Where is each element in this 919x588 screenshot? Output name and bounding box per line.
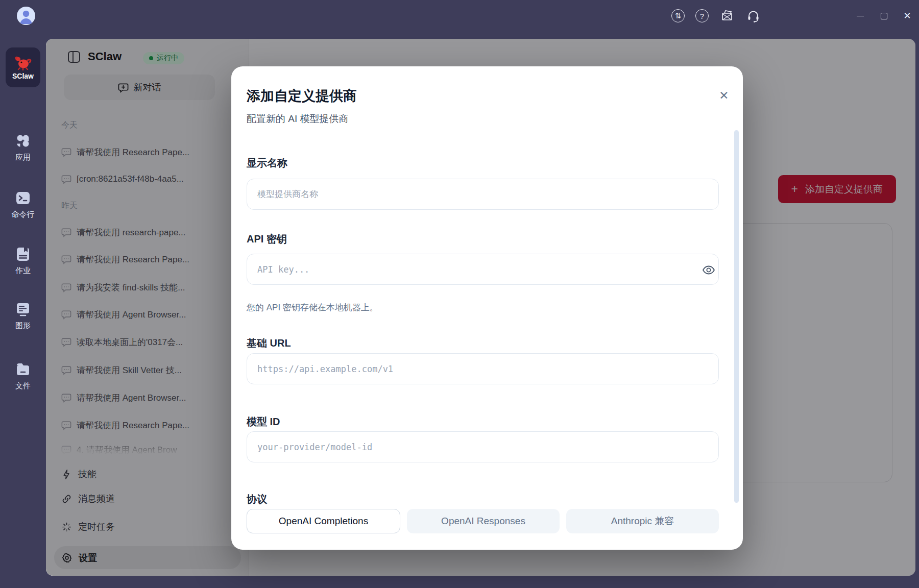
display-icon: [15, 301, 31, 317]
folder-icon: [15, 361, 31, 378]
journal-icon: [15, 246, 31, 262]
protocol-option-anthropic[interactable]: Anthropic 兼容: [566, 509, 719, 533]
app-tile-label: SClaw: [12, 72, 34, 80]
add-provider-modal: 添加自定义提供商 配置新的 AI 模型提供商 ✕ 显示名称 API 密钥 您的 …: [231, 66, 743, 550]
transfer-arrows-icon[interactable]: ⇅: [671, 9, 685, 22]
modal-title: 添加自定义提供商: [247, 87, 357, 105]
rail-item-label: 图形: [15, 321, 31, 331]
titlebar: ⇅ ? ✕: [0, 0, 919, 32]
protocol-option-openai-responses[interactable]: OpenAI Responses: [407, 509, 560, 533]
help-icon[interactable]: ?: [695, 9, 709, 22]
display-name-field[interactable]: [247, 179, 719, 210]
api-key-label: API 密钥: [247, 232, 287, 246]
protocol-label: 协议: [247, 493, 267, 506]
rail-item-label: 命令行: [12, 210, 35, 219]
api-key-field[interactable]: [247, 254, 719, 285]
model-id-field[interactable]: [247, 431, 719, 462]
base-url-label: 基础 URL: [247, 336, 291, 350]
rail-item-terminal[interactable]: 命令行: [0, 190, 46, 219]
user-avatar[interactable]: [17, 7, 35, 25]
toggle-key-visibility-button[interactable]: [701, 264, 716, 276]
display-name-label: 显示名称: [247, 156, 287, 170]
rail-item-journal[interactable]: 作业: [0, 246, 46, 276]
api-key-note: 您的 API 密钥存储在本地机器上。: [247, 302, 378, 313]
model-id-label: 模型 ID: [247, 415, 280, 429]
apps-icon: [15, 133, 31, 149]
eye-icon: [702, 264, 715, 276]
rail-item-label: 应用: [15, 153, 31, 162]
feedback-mail-icon[interactable]: [719, 8, 735, 23]
modal-subtitle: 配置新的 AI 模型提供商: [247, 112, 349, 126]
close-window-button[interactable]: ✕: [896, 0, 919, 32]
rail-item-files[interactable]: 文件: [0, 361, 46, 391]
modal-scrollbar[interactable]: [734, 130, 739, 503]
close-icon[interactable]: ✕: [716, 88, 732, 103]
protocol-option-openai-completions[interactable]: OpenAI Completions: [247, 509, 400, 533]
rail-item-apps[interactable]: 应用: [0, 133, 46, 162]
protocol-options: OpenAI Completions OpenAI Responses Anth…: [247, 509, 719, 533]
base-url-field[interactable]: [247, 353, 719, 384]
rail-item-label: 文件: [15, 381, 31, 391]
minimize-button[interactable]: [849, 0, 872, 32]
person-icon: [17, 7, 35, 25]
app-tile-sclaw[interactable]: SClaw: [6, 47, 40, 87]
maximize-button[interactable]: [872, 0, 896, 32]
rail-item-label: 作业: [15, 266, 31, 276]
sclaw-crab-icon: [14, 55, 32, 70]
support-headset-icon[interactable]: [745, 8, 761, 23]
left-rail: SClaw 应用 命令行 作业 图形: [0, 32, 46, 588]
terminal-icon: [15, 190, 31, 206]
rail-item-display[interactable]: 图形: [0, 301, 46, 331]
